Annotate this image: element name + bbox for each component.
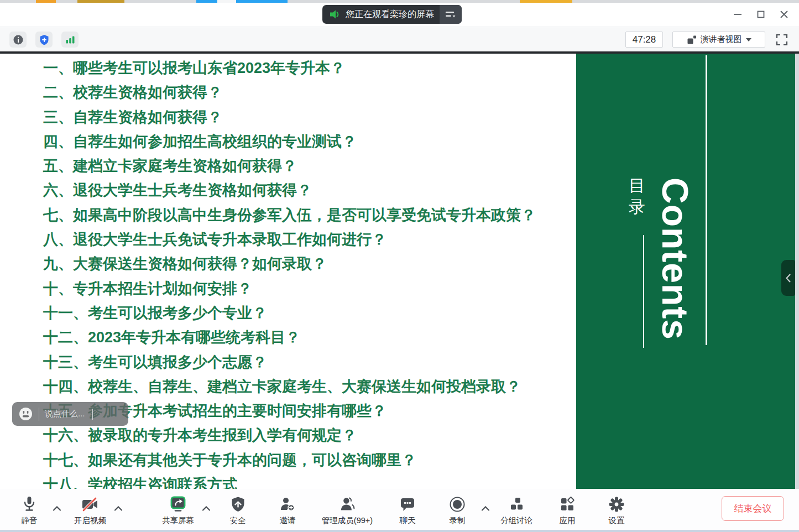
- toc-line: 四、自荐生如何参加招生高校组织的专业测试？: [43, 129, 576, 154]
- maximize-button[interactable]: [749, 6, 772, 23]
- meeting-info-button[interactable]: [9, 32, 27, 48]
- toc-line: 九、大赛保送生资格如何获得？如何录取？: [43, 252, 576, 276]
- titlebar: 您正在观看栾珍的屏幕: [0, 3, 799, 27]
- security-shield-button[interactable]: [35, 32, 53, 48]
- shield-plus-icon: [39, 34, 50, 45]
- meeting-toolbar: 47:28 演讲者视图: [0, 27, 799, 51]
- microphone-icon: [21, 494, 38, 514]
- window-controls: [726, 6, 796, 23]
- side-panel-toggle[interactable]: [781, 260, 795, 296]
- panel-divider-line: [706, 55, 707, 345]
- fullscreen-button[interactable]: [774, 32, 790, 48]
- chevron-down-icon: [746, 38, 751, 41]
- toc-line: 六、退役大学生士兵考生资格如何获得？: [43, 178, 576, 202]
- window-bottom-edge: [0, 530, 799, 532]
- view-mode-label: 演讲者视图: [701, 34, 742, 45]
- signal-bars-icon: [65, 35, 76, 45]
- toc-line: 十七、如果还有其他关于专升本的问题，可以咨询哪里？: [43, 448, 576, 472]
- toc-line: 五、建档立卡家庭考生资格如何获得？: [43, 154, 576, 178]
- breakout-rooms-button[interactable]: 分组讨论: [500, 494, 532, 526]
- toc-line: 十六、被录取的专升本考生报到入学有何规定？: [43, 423, 576, 447]
- toc-line: 七、如果高中阶段以高中生身份参军入伍，是否可以享受免试专升本政策？: [43, 203, 576, 227]
- screen-watch-banner: 您正在观看栾珍的屏幕: [322, 5, 462, 24]
- emoji-button[interactable]: [18, 406, 33, 421]
- shared-screen-content: 一、哪些考生可以报考山东省2023年专升本？二、校荐生资格如何获得？三、自荐生资…: [0, 54, 799, 489]
- chat-divider: [39, 408, 39, 421]
- meeting-window: 您正在观看栾珍的屏幕: [0, 0, 799, 532]
- end-meeting-button[interactable]: 结束会议: [722, 496, 784, 521]
- invite-button[interactable]: 邀请: [279, 494, 296, 526]
- share-screen-button[interactable]: 共享屏幕: [162, 494, 194, 526]
- toc-line: 十四、校荐生、自荐生、建档立卡家庭考生、大赛保送生如何投档录取？: [43, 374, 576, 399]
- manage-members-button[interactable]: 管理成员(99+): [322, 494, 373, 526]
- slide-side-panel: 目录 Contents: [576, 54, 795, 489]
- chat-button[interactable]: 聊天: [399, 494, 416, 526]
- security-shield-icon: [230, 494, 246, 514]
- chevron-left-icon: [785, 273, 791, 283]
- layout-icon: [687, 35, 697, 45]
- start-video-button[interactable]: 开启视频: [74, 494, 106, 526]
- bottom-toolbar: 静音 开启视频: [0, 489, 799, 530]
- members-icon: [322, 494, 373, 514]
- record-button[interactable]: 录制: [449, 494, 466, 526]
- record-options-chevron[interactable]: [481, 503, 490, 513]
- toc-line: 二、校荐生资格如何获得？: [43, 80, 576, 105]
- fullscreen-icon: [776, 34, 788, 46]
- toc-line: 十、专升本招生计划如何安排？: [43, 277, 576, 301]
- toc-title-en: Contents: [656, 165, 694, 353]
- toc-underline: [643, 235, 644, 348]
- toc-line: 一、哪些考生可以报考山东省2023年专升本？: [43, 56, 576, 80]
- breakout-squares-icon: [500, 494, 532, 514]
- toc-title-cn: 目录: [627, 175, 647, 217]
- view-mode-selector[interactable]: 演讲者视图: [672, 32, 765, 48]
- share-options-chevron[interactable]: [202, 503, 211, 513]
- network-stats-button[interactable]: [61, 32, 79, 48]
- settings-button[interactable]: 设置: [608, 494, 625, 526]
- mute-options-chevron[interactable]: [53, 503, 61, 513]
- toc-line: 八、退役大学生士兵免试专升本录取工作如何进行？: [43, 227, 576, 252]
- share-screen-icon: [162, 494, 194, 514]
- chat-caret: [92, 409, 93, 420]
- banner-menu-button[interactable]: [440, 5, 462, 24]
- chat-bubble-icon: [399, 494, 416, 514]
- mute-button[interactable]: 静音: [21, 494, 38, 526]
- list-menu-icon: [445, 11, 456, 18]
- speaker-icon: [329, 9, 341, 20]
- toc-line: 十一、考生可以报考多少个专业？: [43, 301, 576, 325]
- info-icon: [13, 34, 24, 45]
- apps-grid-icon: [559, 494, 576, 514]
- security-button[interactable]: 安全: [230, 494, 246, 526]
- meeting-timer: 47:28: [625, 32, 663, 48]
- toc-line: 三、自荐生资格如何获得？: [43, 105, 576, 129]
- record-icon: [449, 494, 466, 514]
- banner-text: 您正在观看栾珍的屏幕: [341, 9, 440, 20]
- gear-icon: [608, 494, 625, 514]
- toc-line: 十二、2023年专升本有哪些统考科目？: [43, 325, 576, 350]
- window-right-edge: [795, 54, 799, 489]
- person-add-icon: [279, 494, 296, 514]
- video-options-chevron[interactable]: [114, 503, 123, 513]
- chat-input[interactable]: 说点什么...: [45, 409, 85, 419]
- quick-chat-bar: 说点什么...: [12, 402, 128, 426]
- toc-line: 十八、学校招生咨询联系方式: [43, 472, 576, 489]
- close-button[interactable]: [772, 6, 796, 23]
- minimize-button[interactable]: [726, 6, 749, 23]
- apps-button[interactable]: 应用: [559, 494, 576, 526]
- toc-line: 十三、考生可以填报多少个志愿？: [43, 350, 576, 374]
- video-off-icon: [74, 494, 106, 514]
